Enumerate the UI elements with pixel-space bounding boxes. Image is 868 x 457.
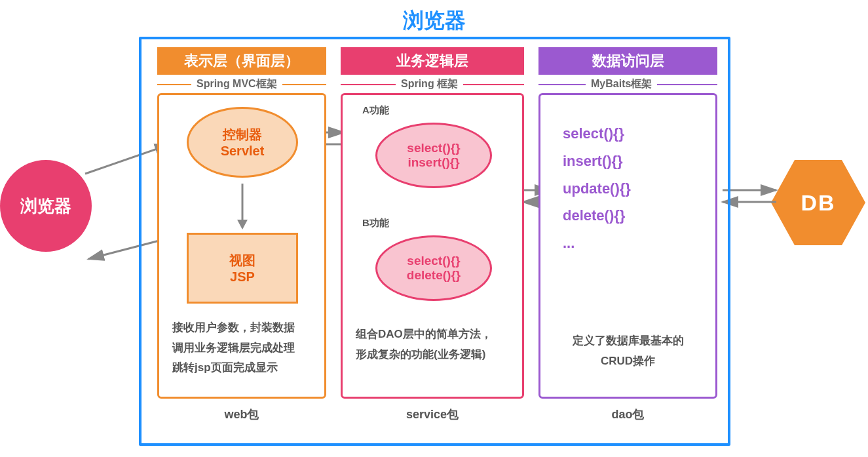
desc-line: 跳转jsp页面完成显示 xyxy=(172,358,311,378)
controller-ellipse: 控制器 Servlet xyxy=(187,107,298,178)
business-box: A功能 select(){} insert(){} B功能 select(){}… xyxy=(341,93,524,399)
desc-line: CRUD操作 xyxy=(554,351,702,372)
crud-method: update(){} xyxy=(563,175,631,203)
desc-line: 接收用户参数，封装数据 xyxy=(172,318,311,338)
desc-line: 调用业务逻辑层完成处理 xyxy=(172,338,311,359)
func-b-ellipse: select(){} delete(){} xyxy=(375,235,492,301)
crud-method: delete(){} xyxy=(563,202,631,229)
data-description: 定义了数据库最基本的 CRUD操作 xyxy=(554,331,702,371)
main-container: 表示层（界面层） 业务逻辑层 数据访问层 Spring MVC框架 Spring… xyxy=(139,37,730,446)
view-tech: JSP xyxy=(230,269,255,285)
arrow-down-icon xyxy=(231,180,254,233)
func-a-ellipse: select(){} insert(){} xyxy=(375,123,492,188)
crud-list: select(){} insert(){} update(){} delete(… xyxy=(563,120,631,257)
desc-line: 组合DAO层中的简单方法， xyxy=(356,325,509,345)
presentation-header: 表示层（界面层） xyxy=(157,47,326,75)
func-b-label: B功能 xyxy=(362,217,389,229)
func-b-method: delete(){} xyxy=(407,268,461,283)
func-a-method: select(){} xyxy=(407,141,460,155)
crud-method: select(){} xyxy=(563,120,631,148)
func-b-method: select(){} xyxy=(407,254,460,268)
data-box: select(){} insert(){} update(){} delete(… xyxy=(538,93,717,399)
presentation-package-label: web包 xyxy=(157,407,326,422)
func-a-method: insert(){} xyxy=(407,155,459,170)
view-rect: 视图 JSP xyxy=(187,233,298,304)
db-hexagon: DB xyxy=(771,160,865,245)
presentation-box: 控制器 Servlet 视图 JSP 接收用户参数，封装数据 调用业务逻辑层完成… xyxy=(157,93,326,399)
desc-line: 形成复杂的功能(业务逻辑) xyxy=(356,345,509,365)
controller-name: 控制器 xyxy=(223,126,262,144)
browser-node: 浏览器 xyxy=(0,160,92,252)
data-header: 数据访问层 xyxy=(538,47,717,75)
presentation-framework-label: Spring MVC框架 xyxy=(191,77,282,91)
crud-method: insert(){} xyxy=(563,148,631,175)
business-description: 组合DAO层中的简单方法， 形成复杂的功能(业务逻辑) xyxy=(356,325,509,365)
business-header: 业务逻辑层 xyxy=(341,47,524,75)
diagram-title: 浏览器 xyxy=(403,7,466,35)
business-framework-label: Spring 框架 xyxy=(396,77,463,91)
desc-line: 定义了数据库最基本的 xyxy=(554,331,702,351)
func-a-label: A功能 xyxy=(362,104,389,117)
view-name: 视图 xyxy=(229,252,255,269)
business-package-label: service包 xyxy=(341,407,524,422)
controller-tech: Servlet xyxy=(221,144,265,159)
crud-more: ... xyxy=(563,229,631,257)
data-package-label: dao包 xyxy=(538,407,717,422)
data-framework-label: MyBaits框架 xyxy=(586,77,657,91)
presentation-description: 接收用户参数，封装数据 调用业务逻辑层完成处理 跳转jsp页面完成显示 xyxy=(172,318,311,378)
